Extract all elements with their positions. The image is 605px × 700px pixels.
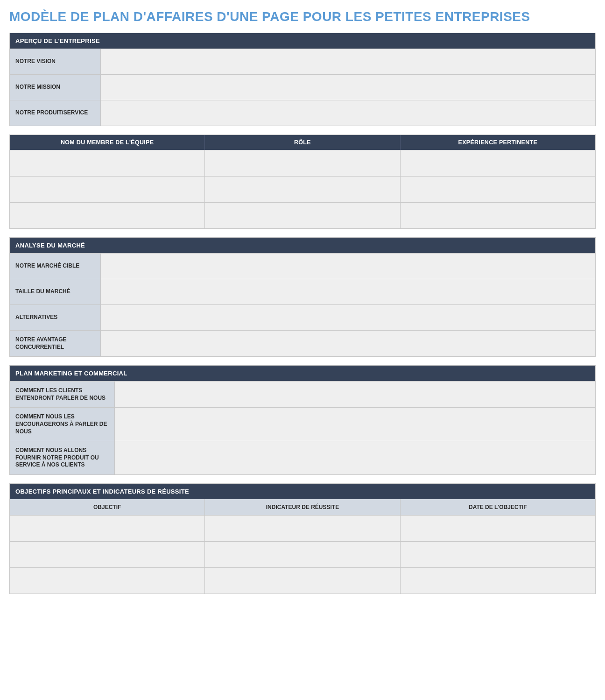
overview-label-vision: NOTRE VISION xyxy=(10,49,101,74)
team-cell[interactable] xyxy=(205,150,400,176)
objectives-cell[interactable] xyxy=(205,568,400,594)
objectives-cell[interactable] xyxy=(10,516,205,541)
team-col-name: NOM DU MEMBRE DE L'ÉQUIPE xyxy=(10,135,205,150)
objectives-cell[interactable] xyxy=(10,568,205,594)
overview-label-product: NOTRE PRODUIT/SERVICE xyxy=(10,100,101,126)
team-cell[interactable] xyxy=(205,177,400,202)
team-cell[interactable] xyxy=(401,177,595,202)
team-cell[interactable] xyxy=(205,203,400,228)
marketing-value-encourage[interactable] xyxy=(115,408,595,441)
market-label-size: TAILLE DU MARCHÉ xyxy=(10,279,101,304)
overview-header: APERÇU DE L'ENTREPRISE xyxy=(10,33,595,49)
team-cell[interactable] xyxy=(10,177,205,202)
overview-value-product[interactable] xyxy=(101,100,595,126)
objectives-cell[interactable] xyxy=(205,542,400,567)
table-row xyxy=(10,202,595,228)
overview-value-mission[interactable] xyxy=(101,75,595,100)
market-header: ANALYSE DU MARCHÉ xyxy=(10,238,595,253)
table-row xyxy=(10,541,595,567)
marketing-value-hear[interactable] xyxy=(115,382,595,407)
overview-label-mission: NOTRE MISSION xyxy=(10,75,101,100)
team-cell[interactable] xyxy=(10,203,205,228)
objectives-section: OBJECTIFS PRINCIPAUX ET INDICATEURS DE R… xyxy=(9,483,596,594)
team-cell[interactable] xyxy=(401,150,595,176)
marketing-section: PLAN MARKETING ET COMMERCIAL COMMENT LES… xyxy=(9,365,596,475)
objectives-col-date: DATE DE L'OBJECTIF xyxy=(401,499,595,515)
marketing-value-deliver[interactable] xyxy=(115,441,595,474)
marketing-label-hear: COMMENT LES CLIENTS ENTENDRONT PARLER DE… xyxy=(10,382,115,407)
table-row xyxy=(10,176,595,202)
team-col-role: RÔLE xyxy=(205,135,400,150)
table-row xyxy=(10,150,595,176)
objectives-cell[interactable] xyxy=(10,542,205,567)
page-title: MODÈLE DE PLAN D'AFFAIRES D'UNE PAGE POU… xyxy=(9,9,596,24)
overview-value-vision[interactable] xyxy=(101,49,595,74)
table-row xyxy=(10,515,595,541)
objectives-cell[interactable] xyxy=(401,542,595,567)
market-section: ANALYSE DU MARCHÉ NOTRE MARCHÉ CIBLE TAI… xyxy=(9,237,596,357)
market-label-alternatives: ALTERNATIVES xyxy=(10,305,101,330)
market-label-advantage: NOTRE AVANTAGE CONCURRENTIEL xyxy=(10,331,101,356)
objectives-header: OBJECTIFS PRINCIPAUX ET INDICATEURS DE R… xyxy=(10,484,595,499)
marketing-label-encourage: COMMENT NOUS LES ENCOURAGERONS À PARLER … xyxy=(10,408,115,441)
objectives-col-objective: OBJECTIF xyxy=(10,499,205,515)
objectives-cell[interactable] xyxy=(205,516,400,541)
market-value-advantage[interactable] xyxy=(101,331,595,356)
objectives-cell[interactable] xyxy=(401,516,595,541)
team-cell[interactable] xyxy=(10,150,205,176)
overview-section: APERÇU DE L'ENTREPRISE NOTRE VISION NOTR… xyxy=(9,33,596,126)
market-value-target[interactable] xyxy=(101,254,595,279)
marketing-label-deliver: COMMENT NOUS ALLONS FOURNIR NOTRE PRODUI… xyxy=(10,441,115,474)
table-row xyxy=(10,567,595,594)
team-cell[interactable] xyxy=(401,203,595,228)
team-col-experience: EXPÉRIENCE PERTINENTE xyxy=(401,135,595,150)
objectives-cell[interactable] xyxy=(401,568,595,594)
team-section: NOM DU MEMBRE DE L'ÉQUIPE RÔLE EXPÉRIENC… xyxy=(9,134,596,229)
marketing-header: PLAN MARKETING ET COMMERCIAL xyxy=(10,366,595,381)
market-value-alternatives[interactable] xyxy=(101,305,595,330)
market-value-size[interactable] xyxy=(101,279,595,304)
objectives-col-indicator: INDICATEUR DE RÉUSSITE xyxy=(205,499,400,515)
market-label-target: NOTRE MARCHÉ CIBLE xyxy=(10,254,101,279)
